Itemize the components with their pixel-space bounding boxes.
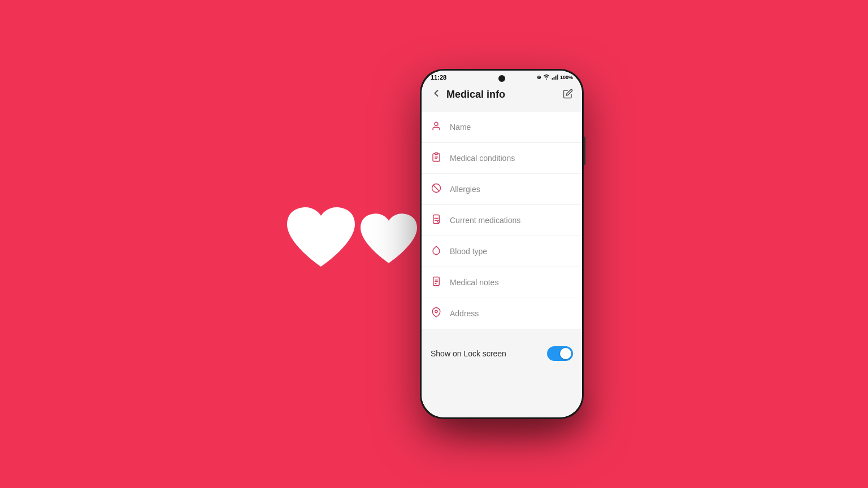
svg-line-10 xyxy=(433,185,440,191)
phone-frame: 11:28 ⊕ xyxy=(420,69,584,419)
back-button[interactable] xyxy=(431,88,442,102)
svg-rect-6 xyxy=(435,153,438,155)
menu-item-blood-type[interactable]: Blood type xyxy=(422,236,582,267)
menu-item-name[interactable]: Name xyxy=(422,112,582,143)
page-title: Medical info xyxy=(446,89,505,101)
lock-screen-section: Show on Lock screen xyxy=(422,338,582,369)
phone-screen: 11:28 ⊕ xyxy=(422,71,582,417)
svg-rect-2 xyxy=(553,77,554,80)
location-icon xyxy=(431,307,442,320)
nfc-icon: ⊕ xyxy=(537,75,541,80)
svg-rect-14 xyxy=(433,277,440,286)
medical-notes-label: Medical notes xyxy=(450,278,498,287)
name-label: Name xyxy=(450,123,471,132)
svg-point-18 xyxy=(435,310,438,313)
heart-decoration-bottom-left xyxy=(358,211,420,277)
wifi-icon xyxy=(543,74,550,81)
notes-icon xyxy=(431,276,442,289)
pill-icon xyxy=(431,214,442,226)
status-icons: ⊕ xyxy=(537,74,573,81)
phone-body: 11:28 ⊕ xyxy=(420,69,584,419)
phone-side-button xyxy=(584,137,585,165)
heart-decoration-top-right xyxy=(284,204,358,284)
camera-notch xyxy=(498,75,505,82)
edit-button[interactable] xyxy=(563,89,573,101)
lock-screen-label: Show on Lock screen xyxy=(431,349,506,358)
no-entry-icon xyxy=(431,183,442,195)
clipboard-icon xyxy=(431,152,442,164)
menu-item-medications[interactable]: Current medications xyxy=(422,205,582,236)
blood-drop-icon xyxy=(431,245,442,258)
status-time: 11:28 xyxy=(431,74,446,81)
signal-icon xyxy=(552,74,558,81)
toggle-knob xyxy=(560,348,571,359)
person-icon xyxy=(431,121,442,133)
medications-label: Current medications xyxy=(450,216,520,225)
allergies-label: Allergies xyxy=(450,185,480,194)
menu-item-medical-conditions[interactable]: Medical conditions xyxy=(422,143,582,174)
svg-rect-4 xyxy=(557,75,558,80)
menu-item-allergies[interactable]: Allergies xyxy=(422,174,582,205)
svg-rect-1 xyxy=(552,78,553,80)
menu-item-medical-notes[interactable]: Medical notes xyxy=(422,267,582,298)
app-header: Medical info xyxy=(422,83,582,107)
address-label: Address xyxy=(450,309,479,318)
svg-rect-3 xyxy=(555,76,556,80)
menu-item-address[interactable]: Address xyxy=(422,298,582,329)
blood-type-label: Blood type xyxy=(450,247,487,256)
content-area: Name Medical conditions xyxy=(422,107,582,417)
battery-icon: 100% xyxy=(560,75,573,80)
medical-conditions-label: Medical conditions xyxy=(450,154,515,163)
svg-point-0 xyxy=(546,79,547,80)
svg-point-5 xyxy=(435,122,438,125)
lock-screen-toggle[interactable] xyxy=(547,346,573,361)
